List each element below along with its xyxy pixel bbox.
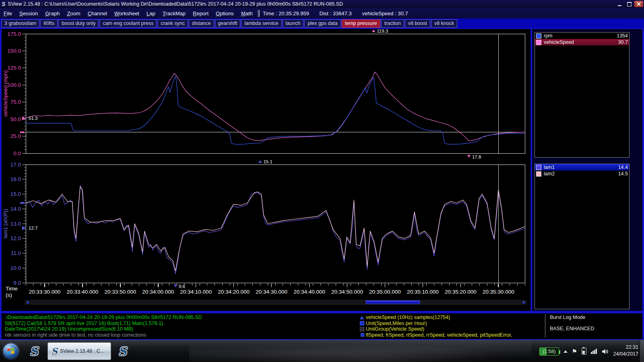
sview-window-icon[interactable] — [114, 343, 131, 360]
channel-row-lam1[interactable]: lam114.4 — [535, 164, 629, 171]
tab-boost-duty-only[interactable]: boost duty only — [58, 19, 99, 28]
workspace: 0.025.050.075.0100.0125.0150.0175.0119.3… — [0, 28, 644, 340]
show-desktop-button[interactable] — [640, 340, 644, 362]
tab-temp-pressure[interactable]: temp pressure — [342, 19, 380, 28]
start-button[interactable] — [3, 343, 19, 359]
channel-color-swatch — [536, 165, 541, 170]
channel-unitgroup-info: UnitGroup(Vehicle Speed) — [366, 326, 424, 332]
channel-row-lam2[interactable]: lam214.5 — [535, 171, 629, 177]
logfile-path: .\DownloadedData\5172\lrs 2017-04-24 20-… — [5, 315, 202, 321]
chart-pane: 0.025.050.075.0100.0125.0150.0175.0119.3… — [2, 29, 530, 311]
svg-text:75.0: 75.0 — [10, 99, 21, 105]
svg-text:20:34:40.000: 20:34:40.000 — [293, 289, 325, 295]
clock-date: 24/04/2017 — [613, 351, 638, 358]
tab-3-graboostlam[interactable]: 3 graboostlam — [1, 19, 39, 28]
ecu-cal-info: S8(5172) Cal(S8 1.578 SR april live 2017… — [5, 321, 202, 327]
menu-bar: FileSessionGraphZoomChannelWorksheetLapT… — [0, 8, 644, 19]
scrollbar-thumb[interactable] — [366, 300, 420, 304]
taskbar-clock[interactable]: 22:31 24/04/2017 — [613, 344, 638, 358]
tab-v8-boost[interactable]: v8 boost — [405, 19, 430, 28]
svg-text:20:35:00.000: 20:35:00.000 — [369, 289, 401, 295]
svg-text:25.0: 25.0 — [10, 133, 21, 139]
tab-v8-knock[interactable]: v8 knock — [431, 19, 457, 28]
scroll-left-icon[interactable] — [26, 301, 29, 304]
battery-timer-label: (1:58) — [543, 349, 556, 354]
svg-text:50.0: 50.0 — [10, 116, 21, 122]
menu-math[interactable]: Math — [237, 10, 256, 16]
menu-lap[interactable]: Lap — [143, 10, 159, 16]
sview-logo-icon — [51, 346, 58, 356]
svg-text:Time: Time — [6, 286, 18, 292]
title-bar[interactable]: SView 2.15.48 : C:\Users\User\Documents\… — [0, 0, 644, 8]
active-window-button[interactable]: SView 2.15.48 : C... — [47, 342, 111, 360]
svg-text:20:33:30.000: 20:33:30.000 — [29, 289, 61, 295]
menu-options[interactable]: Options — [212, 10, 237, 16]
tab-cam-eng-coolant-press[interactable]: cam eng coolant press — [99, 19, 157, 28]
svg-text:(s): (s) — [6, 292, 12, 298]
menu-trackmap[interactable]: TrackMap — [159, 10, 189, 16]
network-signal-icon[interactable] — [591, 349, 597, 354]
battery-icon[interactable] — [582, 348, 586, 355]
pinned-sview-icon[interactable] — [25, 343, 43, 360]
tab-launch[interactable]: launch — [283, 19, 304, 28]
svg-text:12.7: 12.7 — [29, 226, 37, 230]
channel-value: 1354 — [617, 33, 628, 39]
tab-60fts[interactable]: 60fts — [40, 19, 58, 28]
channel-value: 14.5 — [618, 171, 628, 177]
svg-text:51.3: 51.3 — [29, 116, 37, 121]
menu-zoom[interactable]: Zoom — [63, 10, 84, 16]
worksheet-tab-bar: 3 graboostlam60ftsboost duty onlycam eng… — [0, 19, 644, 28]
svg-text:20:33:40.000: 20:33:40.000 — [66, 289, 98, 295]
tab-distance[interactable]: distance — [189, 19, 214, 28]
close-button[interactable] — [634, 1, 643, 7]
burst-log-mode-label: Burst Log Mode — [550, 315, 594, 321]
svg-text:20:35:30.000: 20:35:30.000 — [483, 289, 514, 295]
minimize-button[interactable] — [615, 1, 624, 7]
taskbar-glass-blur — [189, 340, 531, 362]
timeline-scrollbar[interactable] — [25, 300, 526, 304]
svg-text:125.0: 125.0 — [7, 65, 21, 71]
volume-icon[interactable] — [601, 348, 609, 355]
channel-value: 14.4 — [618, 165, 628, 170]
menu-report[interactable]: Report — [189, 10, 212, 16]
svg-text:9.6: 9.6 — [179, 284, 185, 289]
channel-legend-pane: rpm1354vehicleSpeed30.7 lam114.4lam214.5 — [532, 29, 642, 311]
menu-channel[interactable]: Channel — [84, 10, 111, 16]
channel-unitgroup-icon — [360, 327, 364, 331]
svg-text:9.0: 9.0 — [13, 280, 21, 286]
svg-text:20:34:00.000: 20:34:00.000 — [142, 289, 174, 295]
action-center-flag-icon[interactable] — [572, 348, 577, 354]
tab-traction[interactable]: traction — [381, 19, 404, 28]
tray-expand-icon[interactable] — [564, 350, 568, 353]
channel-row-rpm[interactable]: rpm1354 — [535, 33, 629, 39]
tab-plex-gps-data[interactable]: plex gps data — [304, 19, 341, 28]
channel-name: lam1 — [544, 165, 618, 170]
vehiclespeed-chart[interactable]: 0.025.050.075.0100.0125.0150.0175.0119.3… — [2, 29, 530, 162]
cursor-speed-readout: vehicleSpeed : 30.7 — [362, 10, 408, 16]
channel-row-vehicleSpeed[interactable]: vehicleSpeed30.7 — [535, 39, 629, 45]
tab-lambda-service[interactable]: lambda service — [241, 19, 281, 28]
lambda-chart[interactable]: 9.010.011.012.013.014.015.016.017.020:33… — [2, 158, 530, 302]
battery-timer-widget[interactable]: (1:58) — [539, 348, 559, 356]
svg-text:12.0: 12.0 — [10, 235, 21, 241]
menu-worksheet[interactable]: Worksheet — [111, 10, 143, 16]
menu-file[interactable]: File — [0, 10, 16, 16]
menu-session[interactable]: Session — [16, 10, 41, 16]
tab-crank-sync[interactable]: crank sync — [157, 19, 188, 28]
svg-text:175.0: 175.0 — [7, 31, 21, 37]
svg-text:10.0: 10.0 — [10, 265, 21, 271]
channel-color-swatch — [536, 33, 541, 39]
menu-graph[interactable]: Graph — [41, 10, 63, 16]
taskbar: SView 2.15.48 : C... (1:58) 22:31 24/04/… — [0, 340, 644, 362]
svg-text:16.0: 16.0 — [10, 176, 21, 182]
window-title: SView 2.15.48 : C:\Users\User\Documents\… — [8, 1, 343, 7]
svg-text:17.0: 17.0 — [10, 162, 21, 168]
restore-button[interactable] — [625, 1, 634, 7]
system-tray: (1:58) — [539, 340, 609, 362]
channel-name: vehicleSpeed — [544, 39, 618, 45]
channel-marker-icon — [360, 316, 364, 319]
svg-text:20:34:20.000: 20:34:20.000 — [218, 289, 250, 295]
scroll-right-icon[interactable] — [523, 301, 525, 304]
tab-gearshift[interactable]: gearshift — [215, 19, 241, 28]
svg-text:119.3: 119.3 — [377, 29, 388, 33]
